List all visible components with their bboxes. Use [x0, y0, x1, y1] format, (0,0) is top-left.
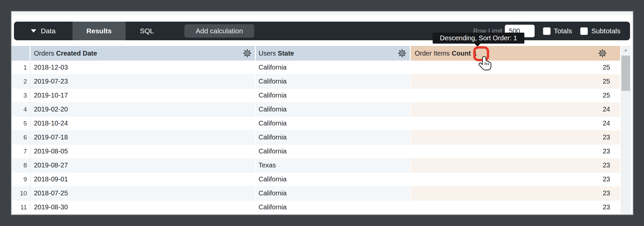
scroll-up-arrow-icon[interactable]: ▲ [621, 47, 631, 52]
table-row: 12018-12-03California25 [12, 61, 620, 75]
row-number-cell: 6 [12, 130, 31, 144]
totals-label: Totals [554, 27, 572, 35]
table-row: 82019-08-27Texas23 [12, 158, 620, 172]
column-header-orders-created-date[interactable]: Orders Created Date [31, 46, 256, 61]
date-cell[interactable]: 2018-10-24 [31, 116, 256, 130]
totals-group: Totals [543, 27, 572, 35]
row-number-cell: 5 [12, 116, 31, 130]
tab-data-label: Data [41, 27, 55, 35]
add-calculation-button[interactable]: Add calculation [184, 24, 254, 38]
count-cell[interactable]: 23 [411, 186, 620, 200]
state-cell[interactable]: California [256, 89, 411, 103]
state-cell[interactable]: California [256, 116, 411, 130]
table-row: 52018-10-24California24 [12, 116, 620, 130]
scrollbar-thumb[interactable] [621, 56, 630, 91]
column-field-label: State [278, 50, 294, 57]
count-cell[interactable]: 23 [411, 130, 620, 144]
state-cell[interactable]: California [256, 186, 411, 200]
row-number-cell: 9 [12, 172, 31, 186]
sort-tooltip: Descending, Sort Order: 1 [433, 33, 524, 44]
state-cell[interactable]: California [256, 103, 411, 116]
subtotals-checkbox[interactable] [580, 27, 588, 35]
table-row: 112019-08-30California23 [12, 200, 620, 214]
table-row: 32019-10-17California25 [12, 89, 620, 103]
screen: { "toolbar": { "data_tab": "Data", "resu… [0, 0, 644, 226]
column-header-order-items-count[interactable]: Order Items Count ↓ [411, 46, 620, 61]
panel-top-strip [12, 12, 633, 15]
date-cell[interactable]: 2019-08-30 [31, 200, 256, 214]
count-cell[interactable]: 23 [411, 144, 620, 158]
table-row: 62019-07-18California23 [12, 130, 620, 144]
count-cell[interactable]: 23 [411, 158, 620, 172]
table-row: 72019-08-05California23 [12, 144, 620, 158]
count-cell[interactable]: 23 [411, 172, 620, 186]
date-cell[interactable]: 2018-12-03 [31, 61, 256, 75]
date-cell[interactable]: 2019-07-23 [31, 75, 256, 89]
row-number-cell: 4 [12, 103, 31, 116]
results-table: Orders Created Date [12, 46, 620, 214]
date-cell[interactable]: 2019-10-17 [31, 89, 256, 103]
tab-sql[interactable]: SQL [126, 22, 168, 40]
column-header-users-state[interactable]: Users State [256, 46, 411, 61]
row-number-cell: 1 [12, 61, 31, 75]
state-cell[interactable]: California [256, 61, 411, 75]
tab-sql-label: SQL [140, 27, 154, 35]
column-field-label: Count [452, 50, 471, 57]
count-cell[interactable]: 25 [411, 89, 620, 103]
date-cell[interactable]: 2019-07-18 [31, 130, 256, 144]
date-cell[interactable]: 2018-09-01 [31, 172, 256, 186]
count-cell[interactable]: 24 [411, 103, 620, 116]
state-cell[interactable]: California [256, 200, 411, 214]
chevron-down-icon [31, 29, 36, 33]
sort-tooltip-text: Descending, Sort Order: 1 [440, 34, 517, 42]
state-cell[interactable]: Texas [256, 158, 411, 172]
tab-results[interactable]: Results [72, 22, 126, 40]
row-number-cell: 11 [12, 200, 31, 214]
explore-toolbar: Data Results SQL Add calculation Row Lim… [14, 22, 630, 40]
row-number-cell: 3 [12, 89, 31, 103]
date-cell[interactable]: 2019-02-20 [31, 103, 256, 116]
tab-data[interactable]: Data [14, 22, 72, 40]
table-body: 12018-12-03California2522019-07-23Califo… [12, 61, 620, 214]
count-cell[interactable]: 25 [411, 61, 620, 75]
results-panel: Data Results SQL Add calculation Row Lim… [11, 11, 633, 215]
add-calculation-label: Add calculation [196, 27, 243, 35]
state-cell[interactable]: California [256, 130, 411, 144]
gear-icon[interactable] [243, 49, 252, 58]
state-cell[interactable]: California [256, 75, 411, 89]
tab-results-label: Results [86, 27, 112, 35]
column-view-label: Users [259, 50, 278, 57]
row-number-header [12, 46, 31, 61]
count-cell[interactable]: 23 [411, 200, 620, 214]
row-number-cell: 10 [12, 186, 31, 200]
column-view-label: Order Items [415, 50, 452, 57]
vertical-scrollbar[interactable]: ▲ [621, 46, 631, 214]
date-cell[interactable]: 2019-08-05 [31, 144, 256, 158]
count-cell[interactable]: 24 [411, 116, 620, 130]
date-cell[interactable]: 2019-08-27 [31, 158, 256, 172]
table-header-row: Orders Created Date [12, 46, 620, 61]
subtotals-label: Subtotals [591, 27, 620, 35]
column-view-label: Orders [34, 50, 56, 57]
row-number-cell: 2 [12, 75, 31, 89]
table-row: 92018-09-01California23 [12, 172, 620, 186]
totals-checkbox[interactable] [543, 27, 551, 35]
gear-icon[interactable] [598, 49, 607, 58]
table-row: 102018-07-25California23 [12, 186, 620, 200]
state-cell[interactable]: California [256, 144, 411, 158]
table-row: 42019-02-20California24 [12, 103, 620, 116]
date-cell[interactable]: 2018-07-25 [31, 186, 256, 200]
row-number-cell: 7 [12, 144, 31, 158]
subtotals-group: Subtotals [580, 27, 620, 35]
table-row: 22019-07-23California25 [12, 75, 620, 89]
column-field-label: Created Date [56, 50, 97, 57]
gear-icon[interactable] [398, 49, 406, 58]
state-cell[interactable]: California [256, 172, 411, 186]
hand-cursor-icon [478, 56, 493, 72]
count-cell[interactable]: 25 [411, 75, 620, 89]
row-number-cell: 8 [12, 158, 31, 172]
